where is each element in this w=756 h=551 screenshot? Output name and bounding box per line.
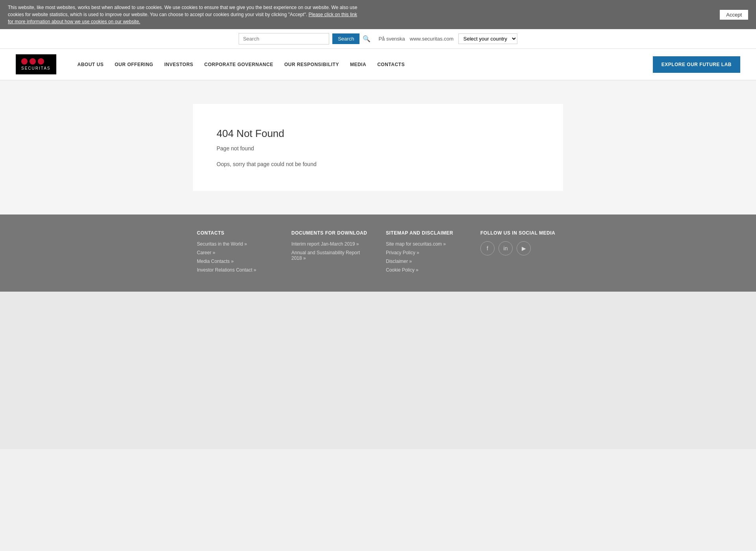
footer-contacts-title: CONTACTS [197,230,276,236]
footer-link-interim-report[interactable]: Interim report Jan-March 2019 » [291,241,370,247]
cookie-banner: This website, like most websites, works … [0,0,756,29]
swedish-link[interactable]: På svenska [378,36,405,42]
footer-link-cookie-policy[interactable]: Cookie Policy » [386,267,465,273]
logo-text: SECURITAS [21,66,51,70]
country-select[interactable]: Select your country [458,33,517,44]
gray-section [0,292,756,449]
footer-documents-title: DOCUMENTS FOR DOWNLOAD [291,230,370,236]
main-nav: ABOUT US OUR OFFERING INVESTORS CORPORAT… [72,62,653,67]
error-title: 404 Not Found [217,128,539,140]
nav-about-us[interactable]: ABOUT US [72,62,109,67]
footer-link-media-contacts[interactable]: Media Contacts » [197,259,276,264]
linkedin-icon[interactable]: in [498,241,513,255]
explore-button[interactable]: EXPLORE OUR FUTURE LAB [653,56,740,73]
logo-dots [21,58,51,65]
nav-our-responsibility[interactable]: OUR RESPONSIBILITY [279,62,345,67]
search-bar: Search 🔍 På svenska www.securitas.com Se… [0,29,756,49]
lang-links: På svenska www.securitas.com Select your… [378,33,517,44]
footer-inner: CONTACTS Securitas in the World » Career… [181,230,575,276]
footer-link-privacy[interactable]: Privacy Policy » [386,250,465,255]
error-message: Oops, sorry that page could not be found [217,161,539,167]
header: SECURITAS ABOUT US OUR OFFERING INVESTOR… [0,49,756,80]
footer-social-title: FOLLOW US IN SOCIAL MEDIA [480,230,559,236]
page-not-found: Page not found [217,145,539,152]
main-content: 404 Not Found Page not found Oops, sorry… [0,80,756,214]
search-button[interactable]: Search [332,33,359,44]
footer-link-disclaimer[interactable]: Disclaimer » [386,259,465,264]
cookie-message: This website, like most websites, works … [8,5,357,17]
content-box: 404 Not Found Page not found Oops, sorry… [193,104,563,191]
search-icon-button[interactable]: 🔍 [363,35,371,43]
accept-button[interactable]: Accept [720,10,748,20]
footer-contacts-col: CONTACTS Securitas in the World » Career… [197,230,276,276]
nav-contacts[interactable]: CONTACTS [372,62,410,67]
youtube-icon[interactable]: ▶ [517,241,531,255]
footer-link-sitemap[interactable]: Site map for securitas.com » [386,241,465,247]
footer-link-career[interactable]: Career » [197,250,276,255]
footer-link-securitas-world[interactable]: Securitas in the World » [197,241,276,247]
footer: CONTACTS Securitas in the World » Career… [0,214,756,292]
logo[interactable]: SECURITAS [16,54,56,74]
facebook-icon[interactable]: f [480,241,495,255]
footer-social-col: FOLLOW US IN SOCIAL MEDIA f in ▶ [480,230,559,276]
logo-dot-3 [38,58,44,65]
nav-corporate-governance[interactable]: CORPORATE GOVERNANCE [199,62,279,67]
website-link[interactable]: www.securitas.com [410,36,454,42]
logo-dot-1 [21,58,28,65]
footer-documents-col: DOCUMENTS FOR DOWNLOAD Interim report Ja… [291,230,370,276]
logo-dot-2 [30,58,36,65]
nav-our-offering[interactable]: OUR OFFERING [109,62,159,67]
cookie-text: This website, like most websites, works … [8,4,362,25]
social-icons: f in ▶ [480,241,559,255]
footer-link-annual-report[interactable]: Annual and Sustainability Report 2018 » [291,250,370,261]
footer-sitemap-title: SITEMAP AND DISCLAIMER [386,230,465,236]
nav-investors[interactable]: INVESTORS [159,62,199,67]
footer-link-investor-relations[interactable]: Investor Relations Contact » [197,267,276,273]
footer-sitemap-col: SITEMAP AND DISCLAIMER Site map for secu… [386,230,465,276]
search-input[interactable] [239,33,329,44]
logo-box: SECURITAS [16,54,56,74]
nav-media[interactable]: MEDIA [345,62,372,67]
